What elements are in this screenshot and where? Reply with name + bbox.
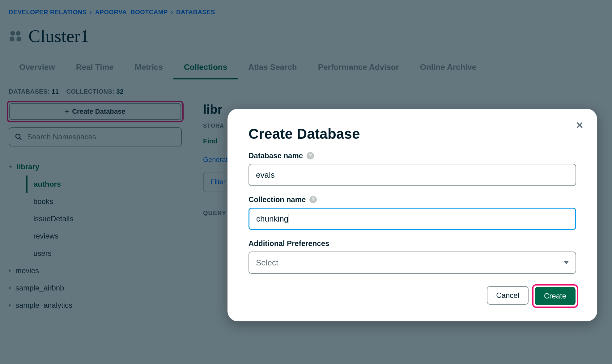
collection-name-input[interactable]: chunking <box>249 208 576 230</box>
additional-preferences-label: Additional Preferences <box>249 239 329 248</box>
help-icon[interactable]: ? <box>307 152 314 159</box>
close-icon[interactable]: ✕ <box>576 120 584 131</box>
database-name-input[interactable] <box>249 164 576 186</box>
create-database-modal: ✕ Create Database Database name ? Collec… <box>227 109 597 321</box>
database-name-label: Database name <box>249 151 303 160</box>
collection-name-label: Collection name <box>249 195 306 204</box>
chevron-down-icon <box>564 261 569 264</box>
additional-preferences-select[interactable]: Select <box>249 252 576 274</box>
text-cursor <box>288 214 288 223</box>
help-icon[interactable]: ? <box>309 196 317 203</box>
modal-title: Create Database <box>249 125 576 142</box>
select-placeholder: Select <box>256 258 278 268</box>
cancel-button[interactable]: Cancel <box>487 286 529 305</box>
create-button[interactable]: Create <box>535 287 576 305</box>
collection-name-value: chunking <box>256 214 288 224</box>
